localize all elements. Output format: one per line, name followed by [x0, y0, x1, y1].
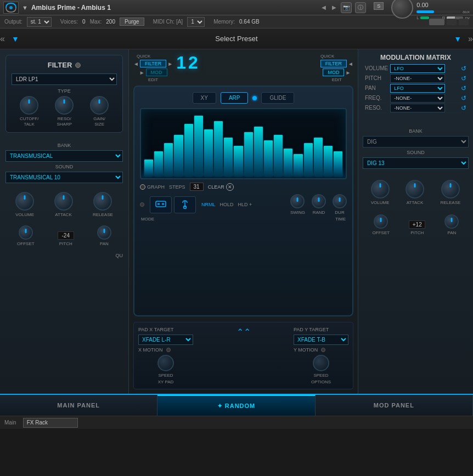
tab-number-1[interactable]: 1 [176, 54, 186, 71]
mode-btn-2[interactable] [174, 196, 196, 213]
viz-bar [214, 121, 223, 176]
mod-reset-reso[interactable]: ↺ [459, 104, 466, 112]
gain-knob[interactable] [90, 96, 109, 115]
viz-bar [144, 160, 153, 176]
clear-button[interactable]: CLEAR ✕ [208, 183, 234, 191]
nav-back[interactable]: ◄ [320, 3, 328, 12]
mod-reset-pitch[interactable]: ↺ [459, 75, 466, 82]
right-release-knob[interactable] [441, 180, 460, 199]
swing-knob[interactable] [290, 194, 305, 208]
midi-select[interactable]: 1 [187, 17, 205, 27]
left-pitch-value[interactable]: -24 [58, 231, 74, 240]
filter-tab-btn-right[interactable]: FILTER [320, 60, 347, 67]
y-motion-led[interactable] [321, 348, 325, 352]
mod-row-pitch: PITCH -NONE- ↺ [363, 73, 469, 83]
left-panel: FILTER LDR LP1 TYPE CUTOFF/TALK RESO/SHA… [0, 49, 129, 394]
filter-arrow-right[interactable]: ► [167, 61, 173, 67]
mod-matrix-title: MODULATION MATRIX [363, 54, 469, 61]
status-main-label: Main [4, 420, 16, 426]
y-speed-knob[interactable] [313, 355, 329, 371]
mod-select-freq[interactable]: -NONE- [390, 94, 445, 103]
preset-nav-right[interactable]: » [468, 34, 473, 44]
nav-forward[interactable]: ► [330, 3, 337, 12]
mod-select-volume[interactable]: LFO [390, 64, 445, 73]
mod-tab-btn-right[interactable]: MOD [323, 69, 344, 76]
rand-knob[interactable] [312, 194, 326, 208]
tab-mod-panel[interactable]: MOD PANEL [316, 395, 473, 416]
mod-select-reso[interactable]: -NONE- [390, 104, 445, 112]
tune-knob[interactable] [391, 0, 413, 19]
mod-arrow-right[interactable]: ► [345, 70, 351, 76]
left-offset-knob[interactable] [19, 225, 33, 240]
svg-rect-1 [156, 201, 166, 207]
camera-icon[interactable]: 📷 [341, 2, 352, 13]
graph-controls: GRAPH STEPS 31 CLEAR ✕ [140, 183, 347, 191]
tab-number-2[interactable]: 2 [188, 54, 198, 71]
left-release-knob[interactable] [93, 192, 112, 211]
cutoff-knob-wrap: CUTOFF/TALK [20, 96, 39, 127]
filter-arrow-left[interactable]: ◄ [133, 61, 139, 67]
cutoff-knob[interactable] [20, 96, 38, 115]
clear-x-icon[interactable]: ✕ [226, 183, 234, 191]
mod-reset-freq[interactable]: ↺ [459, 94, 466, 102]
tab-random[interactable]: ✦ RANDOM [157, 395, 315, 416]
graph-radio-btn[interactable] [140, 184, 145, 190]
mode-btn-1[interactable] [150, 196, 172, 213]
filter-arrow-right2[interactable]: ◄ [348, 61, 353, 67]
hold-option[interactable]: HOLD [220, 202, 234, 207]
menu-arrow[interactable]: ▼ [22, 4, 28, 11]
left-pan-knob[interactable] [97, 225, 111, 240]
preset-arrow-left[interactable]: ▼ [12, 35, 19, 43]
dur-knob[interactable] [333, 194, 347, 208]
mod-tab-btn[interactable]: MOD [146, 69, 167, 76]
x-speed-knob[interactable] [157, 355, 174, 371]
preset-arrow-right[interactable]: ▼ [454, 35, 461, 43]
filter-type-select[interactable]: LDR LP1 [12, 73, 117, 85]
left-attack-knob[interactable] [54, 192, 73, 211]
output-select[interactable]: st. 1 [27, 17, 52, 27]
mod-select-pan[interactable]: LFO [390, 84, 445, 93]
preset-nav-left[interactable]: « [0, 34, 5, 44]
reso-knob[interactable] [55, 96, 74, 115]
arp-button[interactable]: ARP [221, 92, 249, 104]
s-button[interactable]: S [374, 2, 384, 10]
viz-bar [264, 140, 273, 176]
mod-reset-volume[interactable]: ↺ [459, 65, 466, 72]
options-arrow[interactable]: ⌃⌃ [236, 327, 251, 337]
pad-row: PAD X TARGET XFADE L-R X MOTION SPEED XY… [138, 327, 348, 384]
right-pan-knob[interactable] [444, 214, 459, 229]
left-bank-select[interactable]: TRANSMUSICAL [5, 150, 123, 162]
right-bank-select[interactable]: DIG [363, 136, 469, 148]
mod-reset-pan[interactable]: ↺ [459, 84, 466, 92]
pad-y-select[interactable]: XFADE T-B [294, 335, 348, 345]
rand-label: RAND [313, 210, 325, 216]
right-attack-knob[interactable] [406, 180, 424, 199]
right-pitch-value[interactable]: +12 [409, 220, 425, 229]
tab-main-panel[interactable]: MAIN PANEL [0, 395, 157, 416]
pad-x-select[interactable]: XFADE L-R [138, 335, 193, 345]
glide-button[interactable]: GLIDE [261, 92, 294, 104]
left-volume-knob[interactable] [15, 192, 34, 211]
tab-numbers: 1 2 [176, 54, 198, 71]
preset-title: Select Preset [26, 35, 447, 43]
mod-arrow-left[interactable]: ► [139, 70, 145, 76]
options-label: OPTIONS [311, 379, 331, 384]
left-sound-select[interactable]: TRANSMUSICAL 10 [5, 172, 123, 183]
right-offset-knob[interactable] [374, 214, 388, 229]
info-icon[interactable]: ⓘ [355, 2, 366, 13]
x-motion-led[interactable] [166, 348, 171, 352]
quick-label-right: QUICK [320, 54, 334, 59]
right-pitch-label: PITCH [410, 230, 424, 236]
purge-button[interactable]: Purge [120, 18, 144, 26]
steps-value[interactable]: 31 [190, 183, 204, 191]
right-sound-select[interactable]: DIG 13 [363, 157, 469, 169]
hld-plus-option[interactable]: HLD + [238, 202, 252, 207]
xy-button[interactable]: XY [193, 92, 216, 104]
viz-bars-container [141, 109, 346, 178]
filter-dot[interactable] [75, 63, 81, 68]
mod-select-pitch[interactable]: -NONE- [390, 74, 445, 83]
right-volume-knob[interactable] [371, 180, 390, 199]
filter-tab-btn[interactable]: FILTER [140, 60, 166, 67]
nrml-option[interactable]: NRML [201, 202, 216, 207]
fx-rack-input[interactable] [23, 418, 78, 428]
